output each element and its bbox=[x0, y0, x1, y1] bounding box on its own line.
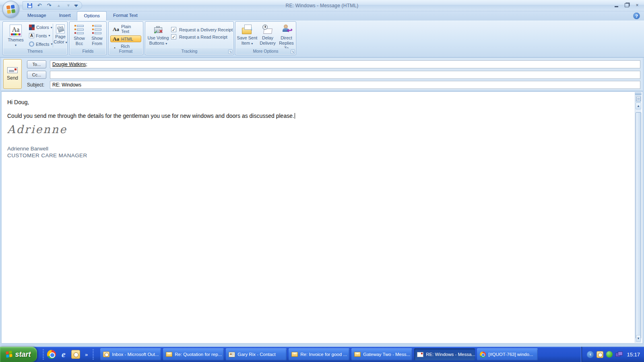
show-bcc-label-2: Bcc bbox=[76, 41, 83, 46]
to-button[interactable]: To... bbox=[27, 60, 46, 68]
cc-field[interactable] bbox=[50, 71, 640, 79]
group-label-tracking: Tracking bbox=[146, 48, 233, 54]
tab-options[interactable]: Options bbox=[77, 11, 107, 21]
signature-title: CUSTOMER CARE MANAGER bbox=[7, 152, 87, 158]
to-field[interactable]: Dougie Watkins; bbox=[50, 60, 640, 68]
page-color-label-1: Page bbox=[55, 34, 66, 39]
chrome-icon bbox=[480, 352, 486, 358]
theme-effects-button[interactable]: Effects▾ bbox=[28, 41, 54, 47]
plain-text-button[interactable]: Aa Plain Text bbox=[110, 23, 141, 35]
titlebar: RE: Windows - Message (HTML) × bbox=[0, 0, 644, 11]
scroll-up-icon[interactable]: ▲ bbox=[636, 103, 641, 109]
recipient-dougie-watkins[interactable]: Dougie Watkins; bbox=[52, 62, 87, 67]
send-button[interactable]: Send bbox=[3, 59, 22, 89]
next-item-icon[interactable]: ▼ bbox=[65, 2, 72, 9]
more-options-dialog-launcher-icon[interactable]: ↘ bbox=[291, 49, 295, 54]
show-bcc-button[interactable]: Show Bcc bbox=[71, 23, 88, 46]
tab-message[interactable]: Message bbox=[21, 11, 53, 21]
save-sent-item-button[interactable]: ↓ Save Sent Item ▾ bbox=[237, 23, 258, 46]
show-from-button[interactable]: Show From bbox=[89, 23, 105, 46]
restore-button[interactable] bbox=[624, 2, 630, 8]
minimize-button[interactable] bbox=[613, 2, 619, 8]
html-format-button[interactable]: Aa HTML bbox=[110, 35, 141, 42]
page-color-icon bbox=[56, 25, 65, 33]
theme-fonts-label: Fonts bbox=[36, 33, 47, 38]
envelope-icon bbox=[291, 352, 298, 357]
ribbon-tab-row: Message Insert Options Format Text ? bbox=[0, 11, 644, 21]
body-message: Could you send me through the details fo… bbox=[7, 113, 295, 119]
direct-replies-icon: ↩ bbox=[281, 25, 292, 34]
scrollbar-track[interactable] bbox=[636, 112, 641, 335]
previous-item-icon[interactable]: ▲ bbox=[55, 2, 62, 9]
split-handle[interactable] bbox=[635, 92, 642, 95]
plain-text-icon: Aa bbox=[113, 27, 119, 32]
save-sent-item-icon: ↓ bbox=[242, 25, 252, 34]
show-from-label-1: Show bbox=[91, 36, 103, 41]
themes-button[interactable]: Aa Themes ▾ bbox=[5, 23, 27, 48]
redo-icon[interactable]: ↷ bbox=[45, 2, 53, 9]
page-color-button[interactable]: Page Color ▾ bbox=[54, 23, 67, 45]
task-re-invoice[interactable]: Re: Invoice for good ... bbox=[289, 348, 349, 360]
help-icon[interactable]: ? bbox=[633, 12, 640, 19]
task-re-quotation[interactable]: Re: Quotation for rep... bbox=[163, 348, 224, 360]
text-cursor bbox=[295, 113, 295, 119]
task-re-windows-active[interactable]: RE: Windows - Messa... bbox=[414, 348, 475, 360]
group-label-format: Format bbox=[109, 48, 142, 54]
view-ruler-icon[interactable] bbox=[636, 95, 641, 102]
internet-explorer-icon[interactable]: e bbox=[59, 350, 68, 359]
customize-qat-icon[interactable]: ▬▾ bbox=[74, 4, 78, 7]
tab-insert[interactable]: Insert bbox=[53, 11, 77, 21]
group-fields: Show Bcc Show From Fields bbox=[69, 21, 107, 55]
theme-effects-label: Effects bbox=[36, 42, 49, 47]
message-body[interactable]: Hi Doug, Could you send me through the d… bbox=[1, 91, 643, 343]
subject-field[interactable]: RE: Windows bbox=[50, 81, 640, 89]
contact-card-icon bbox=[229, 352, 235, 357]
task-gary-rix-contact[interactable]: Gary Rix - Contact bbox=[226, 348, 287, 360]
task-inbox-outlook[interactable]: Inbox - Microsoft Out... bbox=[100, 348, 161, 360]
office-logo-icon bbox=[6, 5, 16, 14]
send-envelope-icon bbox=[7, 67, 18, 73]
scrollbar-thumb[interactable] bbox=[636, 112, 641, 339]
task-label: RE: Windows - Messa... bbox=[426, 352, 475, 357]
signature-name: Adrienne Barwell bbox=[7, 146, 48, 152]
delivery-receipt-checkbox[interactable]: ✓ bbox=[171, 27, 176, 32]
read-receipt-checkbox[interactable]: ✓ bbox=[171, 34, 176, 39]
theme-colors-button[interactable]: Colors▾ bbox=[28, 24, 54, 31]
show-from-label-2: From bbox=[92, 41, 102, 46]
close-button[interactable]: × bbox=[634, 2, 640, 8]
tab-format-text[interactable]: Format Text bbox=[107, 11, 144, 21]
send-label: Send bbox=[7, 75, 18, 81]
tracking-dialog-launcher-icon[interactable]: ↘ bbox=[228, 49, 233, 54]
vertical-scrollbar[interactable]: ▲ ▼ bbox=[635, 92, 642, 343]
save-icon[interactable] bbox=[26, 2, 33, 9]
cc-button[interactable]: Cc... bbox=[27, 71, 46, 79]
start-button[interactable]: start bbox=[0, 347, 37, 362]
quick-launch-overflow-icon[interactable]: » bbox=[83, 352, 89, 358]
tray-status-icon[interactable] bbox=[606, 351, 613, 358]
task-gateway-two[interactable]: Gateway Two - Mess... bbox=[351, 348, 412, 360]
tray-network-icon[interactable] bbox=[615, 352, 623, 358]
window-title: RE: Windows - Message (HTML) bbox=[0, 3, 644, 8]
theme-colors-label: Colors bbox=[36, 25, 49, 30]
outlook-icon[interactable] bbox=[71, 350, 80, 359]
toolbar-grip bbox=[93, 349, 94, 360]
toolbar-grip bbox=[43, 349, 44, 360]
chrome-icon[interactable] bbox=[47, 350, 56, 359]
open-envelope-icon bbox=[417, 352, 423, 357]
group-label-themes: Themes bbox=[3, 48, 67, 54]
page-color-label-2: Color bbox=[54, 39, 64, 44]
use-voting-buttons-button[interactable]: ✓ ✕ Use Voting Buttons ▾ bbox=[147, 23, 169, 46]
tray-chevron-icon[interactable]: ‹ bbox=[587, 351, 594, 358]
undo-icon[interactable]: ↶ bbox=[36, 2, 43, 9]
envelope-icon bbox=[166, 352, 172, 357]
tray-outlook-icon[interactable] bbox=[597, 351, 603, 358]
clock: 15:17 bbox=[627, 352, 640, 358]
task-buttons: Inbox - Microsoft Out... Re: Quotation f… bbox=[100, 348, 538, 360]
task-quot-763[interactable]: [#QUOT-763] windo... bbox=[477, 348, 538, 360]
show-bcc-icon bbox=[74, 25, 85, 35]
theme-fonts-button[interactable]: A Fonts▾ bbox=[28, 33, 52, 39]
direct-replies-to-button[interactable]: ↩ Direct Replies To bbox=[277, 23, 296, 51]
scroll-down-icon[interactable]: ▼ bbox=[636, 335, 641, 342]
delay-delivery-button[interactable]: Delay Delivery bbox=[258, 23, 277, 46]
office-button[interactable] bbox=[2, 1, 19, 18]
